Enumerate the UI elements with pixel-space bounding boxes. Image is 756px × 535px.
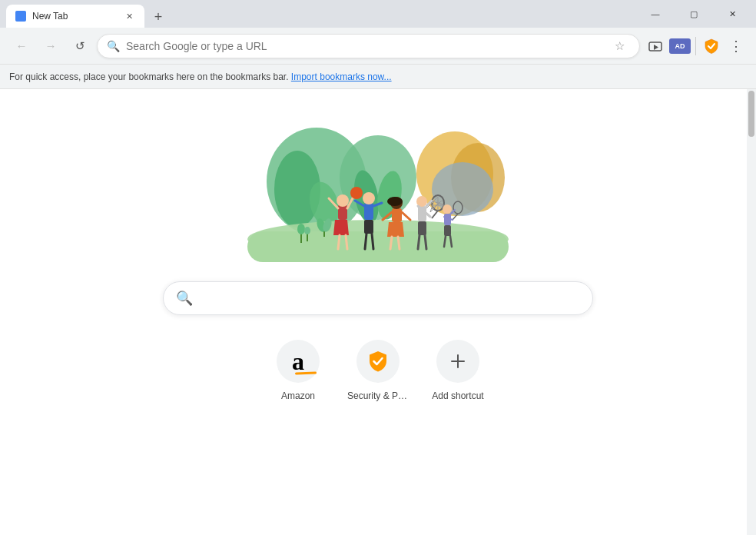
svg-point-24 — [363, 192, 375, 204]
nav-divider — [695, 37, 696, 55]
svg-marker-1 — [654, 45, 658, 50]
close-button[interactable]: ✕ — [715, 2, 750, 26]
camera-icon — [648, 41, 662, 52]
svg-rect-23 — [364, 220, 373, 234]
amazon-logo: a — [292, 347, 304, 376]
amazon-shortcut-icon: a — [277, 340, 320, 383]
tabs-area: New Tab ✕ + — [6, 0, 638, 28]
url-input[interactable] — [126, 40, 602, 52]
svg-point-65 — [304, 227, 310, 234]
avast-shortcut-icon — [356, 340, 400, 383]
main-search-input[interactable] — [201, 291, 580, 305]
ad-block-button[interactable]: AD — [669, 38, 691, 54]
svg-point-55 — [443, 204, 452, 214]
scrollbar-thumb[interactable] — [748, 91, 754, 137]
tab-favicon — [15, 11, 26, 22]
shortcuts-area: a Amazon Security & Priva... Add sh — [267, 340, 489, 401]
minimize-button[interactable]: — — [638, 2, 673, 26]
svg-point-19 — [350, 187, 363, 199]
media-button[interactable] — [645, 35, 666, 57]
shortcut-add-label: Add shortcut — [432, 390, 483, 401]
shortcut-add[interactable]: Add shortcut — [427, 340, 489, 401]
svg-rect-13 — [247, 231, 509, 262]
bookmarks-bar: For quick access, place your bookmarks h… — [0, 65, 756, 89]
scrollbar[interactable] — [747, 89, 756, 535]
svg-rect-54 — [444, 225, 451, 236]
svg-line-28 — [372, 234, 373, 249]
add-shortcut-icon — [436, 340, 479, 383]
plus-icon — [449, 352, 467, 371]
avast-nav-icon — [703, 38, 720, 55]
svg-marker-30 — [387, 222, 404, 237]
active-tab[interactable]: New Tab ✕ — [6, 5, 144, 28]
svg-line-35 — [390, 237, 392, 249]
search-icon: 🔍 — [176, 290, 193, 307]
svg-line-36 — [398, 237, 400, 249]
address-bar[interactable]: 🔍 ☆ — [97, 34, 640, 58]
shortcut-amazon-label: Amazon — [281, 390, 315, 401]
svg-rect-29 — [392, 208, 402, 222]
forward-button[interactable]: → — [38, 34, 63, 58]
new-tab-button[interactable]: + — [148, 6, 169, 28]
svg-line-51 — [418, 235, 419, 249]
svg-point-63 — [297, 224, 305, 234]
doodle-svg — [224, 112, 532, 266]
svg-line-27 — [365, 234, 366, 249]
shortcut-amazon[interactable]: a Amazon — [267, 340, 329, 401]
avast-extension-button[interactable] — [701, 35, 722, 57]
title-bar: New Tab ✕ + — ▢ ✕ — [0, 0, 756, 28]
import-bookmarks-link[interactable]: Import bookmarks now... — [291, 71, 392, 82]
avast-shield-icon — [366, 349, 390, 374]
search-box[interactable]: 🔍 — [163, 281, 593, 315]
svg-rect-38 — [418, 221, 426, 235]
back-button[interactable]: ← — [9, 34, 34, 58]
svg-point-32 — [387, 197, 403, 206]
svg-point-16 — [337, 194, 349, 207]
nav-right-buttons: AD ⋮ — [645, 35, 747, 57]
navigation-bar: ← → ↺ 🔍 ☆ AD ⋮ — [0, 28, 756, 65]
svg-line-21 — [346, 235, 347, 249]
shortcut-avast[interactable]: Security & Priva... — [347, 340, 409, 401]
svg-line-52 — [425, 235, 426, 249]
bookmarks-bar-text: For quick access, place your bookmarks h… — [9, 71, 289, 82]
main-content: 🔍 a Amazon Security & Priva... — [0, 89, 756, 535]
svg-marker-15 — [333, 220, 349, 235]
svg-rect-22 — [364, 203, 373, 220]
more-options-button[interactable]: ⋮ — [725, 35, 747, 57]
address-search-icon: 🔍 — [107, 40, 120, 52]
maximize-button[interactable]: ▢ — [676, 2, 711, 26]
shortcut-avast-label: Security & Priva... — [347, 390, 409, 401]
window-controls: — ▢ ✕ — [638, 2, 750, 26]
bookmark-star-button[interactable]: ☆ — [608, 35, 630, 57]
search-box-container: 🔍 — [163, 281, 593, 315]
tab-title: New Tab — [32, 11, 117, 22]
svg-line-20 — [338, 235, 340, 249]
tab-close-button[interactable]: ✕ — [123, 10, 135, 22]
reload-button[interactable]: ↺ — [68, 34, 92, 58]
google-doodle — [224, 112, 532, 266]
